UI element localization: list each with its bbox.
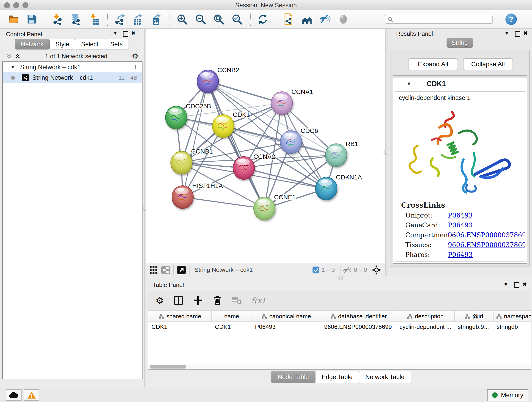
zoom-out-icon[interactable] — [194, 13, 207, 26]
crosslink-link[interactable]: 9606.ENSP00000378699 — [448, 231, 525, 239]
show-columns-icon[interactable] — [173, 295, 184, 306]
horizontal-scrollbar[interactable] — [148, 364, 531, 370]
birdseye-icon[interactable] — [372, 265, 381, 275]
network-row[interactable]: String Network – cdk1 11 48 — [3, 72, 142, 83]
column-header-shared-name[interactable]: shared name — [148, 311, 212, 322]
crosslink-link[interactable]: P06493 — [448, 211, 473, 219]
disclosure-triangle-icon[interactable]: ▼ — [11, 65, 15, 70]
edge-layer[interactable] — [176, 81, 336, 209]
panel-close-icon[interactable]: ✖ — [131, 30, 135, 36]
panel-float-icon[interactable] — [515, 31, 520, 37]
node-label-CCNA1: CCNA1 — [291, 88, 313, 95]
node-HIST1H1A[interactable] — [172, 186, 193, 209]
node-CCNB2[interactable] — [197, 70, 219, 93]
crosslink-link[interactable]: P06493 — [448, 251, 473, 259]
tab-network[interactable]: Network — [15, 39, 50, 50]
crosslink-link[interactable]: 9606.ENSP00000378699 — [448, 241, 525, 249]
results-panel: Results Panel ▼ ✖ String Expand All Coll… — [387, 29, 532, 280]
panel-close-icon[interactable]: ✖ — [524, 30, 528, 36]
zoom-selected-icon[interactable] — [230, 13, 244, 26]
export-network-icon[interactable] — [113, 13, 127, 26]
grid-view-icon[interactable] — [149, 266, 158, 274]
application-window: Session: New Session — [0, 0, 532, 402]
selected-checkbox-icon[interactable] — [312, 266, 320, 274]
export-table-icon[interactable] — [132, 13, 145, 26]
collapse-all-icon[interactable] — [6, 53, 12, 59]
column-header-canonical-name[interactable]: canonical name — [252, 311, 321, 322]
node-CCNB1[interactable] — [171, 151, 192, 174]
network-collection-header: 1 of 1 Network selected ⚙ — [2, 51, 143, 61]
edge-CDK1-RB1[interactable] — [223, 126, 336, 155]
network-canvas[interactable]: CCNB2CCNA1CDC25BCDK1CDC6RB1CCNB1CCNA2CDK… — [146, 29, 385, 263]
edge-CCNB2-HIST1H1A[interactable] — [183, 81, 208, 197]
edge-CCNB2-CCNE1[interactable] — [208, 81, 264, 209]
node-CDKN1A[interactable] — [316, 177, 337, 200]
column-header-namespac[interactable]: namespac — [494, 311, 532, 322]
network-share-icon[interactable] — [161, 265, 170, 274]
bottom-splitter[interactable] — [146, 276, 532, 280]
node-CCNA2[interactable] — [233, 157, 254, 179]
panel-float-icon[interactable] — [123, 31, 128, 37]
export-image-icon[interactable] — [150, 13, 163, 26]
node-CDC25B[interactable] — [165, 106, 187, 129]
table-body: CDK1CDK1P064939606.ENSP00000378699cyclin… — [148, 322, 531, 332]
open-in-new-window-icon[interactable] — [177, 265, 186, 274]
panel-float-icon[interactable] — [514, 282, 519, 288]
search-input[interactable] — [385, 15, 493, 24]
first-neighbors-icon[interactable] — [300, 13, 313, 26]
column-header-name[interactable]: name — [212, 311, 252, 322]
panel-menu-icon[interactable]: ▼ — [503, 281, 508, 287]
edge-HIST1H1A-CCNE1[interactable] — [183, 197, 264, 209]
column-header-description[interactable]: description — [396, 311, 455, 322]
crosslink-link[interactable]: P06493 — [448, 221, 473, 229]
add-column-icon[interactable] — [193, 295, 203, 306]
gear-icon[interactable]: ⚙ — [132, 52, 138, 61]
expand-all-button[interactable]: Expand All — [408, 58, 458, 70]
column-header-@id[interactable]: @id — [455, 311, 494, 322]
delete-column-icon[interactable] — [213, 295, 222, 306]
scrollbar-thumb[interactable] — [150, 365, 186, 369]
table-settings-gear-icon[interactable]: ⚙ — [156, 295, 164, 306]
tab-node-table[interactable]: Node Table — [271, 371, 316, 383]
node-CDK1[interactable] — [212, 115, 234, 138]
column-label: canonical name — [269, 313, 311, 320]
tab-network-table[interactable]: Network Table — [359, 371, 411, 383]
network-collection-row[interactable]: ▼ String Network – cdk1 1 — [3, 62, 142, 72]
import-database-icon[interactable] — [69, 13, 82, 26]
import-network-icon[interactable] — [51, 13, 64, 26]
string-document-icon[interactable] — [282, 13, 295, 26]
memory-button[interactable]: Memory — [487, 389, 528, 401]
panel-menu-icon[interactable]: ▼ — [113, 30, 118, 36]
edge-CCNB2-CCNA1[interactable] — [208, 81, 282, 103]
zoom-fit-icon[interactable] — [212, 13, 225, 26]
show-all-icon[interactable] — [337, 13, 350, 26]
hidden-eye-icon[interactable] — [343, 266, 352, 274]
tab-edge-table[interactable]: Edge Table — [315, 371, 359, 383]
cloud-status-button[interactable] — [6, 389, 22, 401]
import-table-icon[interactable] — [88, 13, 101, 26]
hide-selected-icon[interactable] — [318, 13, 332, 26]
tab-select[interactable]: Select — [75, 39, 104, 50]
zoom-in-icon[interactable] — [176, 13, 189, 26]
panel-menu-icon[interactable]: ▼ — [504, 30, 509, 36]
gene-header[interactable]: ▼ CDK1 — [393, 78, 527, 90]
tab-sets[interactable]: Sets — [104, 39, 129, 50]
tab-string[interactable]: String — [447, 38, 473, 48]
help-icon[interactable]: ? — [505, 13, 517, 25]
node-CCNA1[interactable] — [271, 92, 293, 115]
node-CCNE1[interactable] — [254, 197, 275, 220]
disclosure-triangle-icon[interactable]: ▼ — [406, 81, 412, 87]
search-field-wrap — [385, 15, 493, 24]
node-RB1[interactable] — [325, 144, 347, 167]
column-header-database-identifier[interactable]: database identifier — [321, 311, 396, 322]
expand-all-icon[interactable] — [15, 53, 21, 59]
panel-close-icon[interactable]: ✖ — [523, 281, 527, 287]
node-CDC6[interactable] — [280, 131, 302, 153]
save-session-icon[interactable] — [25, 13, 38, 26]
table-row[interactable]: CDK1CDK1P064939606.ENSP00000378699cyclin… — [148, 322, 531, 332]
refresh-icon[interactable] — [256, 13, 269, 26]
tab-style[interactable]: Style — [49, 39, 75, 50]
warning-status-button[interactable] — [24, 389, 39, 401]
collapse-all-button[interactable]: Collapse All — [463, 58, 513, 70]
open-session-icon[interactable] — [7, 13, 20, 26]
